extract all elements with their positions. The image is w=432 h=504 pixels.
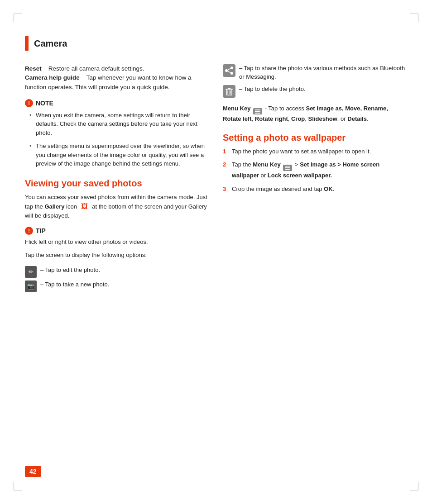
note-list: When you exit the camera, some settings … <box>25 111 209 168</box>
step-3-ok: OK <box>324 185 333 192</box>
tip-box: ! TIP Flick left or right to view other … <box>25 227 209 260</box>
share-text: – Tap to share the photo via various met… <box>239 64 407 81</box>
camera-icon-row: 📷 – Tap to take a new photo. <box>25 281 209 292</box>
step-2-set-image: Set image as > <box>300 161 341 168</box>
delete-icon <box>223 85 235 98</box>
wallpaper-step-2: 2 Tap the Menu Key > Set image as > Ho <box>223 160 407 180</box>
svg-rect-0 <box>223 64 235 77</box>
menu-key-line-3 <box>255 113 260 114</box>
camera-help-label: Camera help guide <box>25 74 80 81</box>
left-column: Reset – Restore all camera default setti… <box>25 64 209 295</box>
viewing-section-heading: Viewing your saved photos <box>25 177 209 189</box>
rotate-right: Rotate right <box>255 115 288 122</box>
tick-left-top <box>14 41 17 41</box>
step-2-menu-key-icon <box>283 165 292 171</box>
menu-key-tap-text: - Tap to access <box>265 105 306 112</box>
step-2-menu-key: Menu Key <box>253 161 280 168</box>
share-icon <box>223 64 235 77</box>
step-2-lock: Lock screen wallpaper. <box>268 172 332 179</box>
note-item-1: When you exit the camera, some settings … <box>29 111 209 138</box>
tip-label: TIP <box>36 227 46 234</box>
edit-icon-row: ✏ – Tap to edit the photo. <box>25 266 209 278</box>
corner-mark-bl <box>14 482 22 490</box>
tip-icon: ! <box>25 227 33 235</box>
edit-text: – Tap to edit the photo. <box>40 266 100 274</box>
page-title: Camera <box>34 38 67 49</box>
step-3-num: 3 <box>223 185 229 194</box>
viewing-body-2: icon <box>64 203 77 210</box>
page-number: 42 <box>25 466 41 477</box>
corner-mark-tl <box>14 14 22 22</box>
delete-icon-row: – Tap to delete the photo. <box>223 85 407 100</box>
step-3-text: Crop the image as desired and tap OK. <box>232 185 334 194</box>
tick-right-bot <box>415 463 418 463</box>
note-icon: ! <box>25 99 33 107</box>
menu-key-lines <box>255 109 260 114</box>
edit-icon: ✏ <box>25 266 37 278</box>
step-2-text: Tap the Menu Key > Set image as > Home s… <box>232 160 407 180</box>
delete-text: – Tap to delete the photo. <box>239 85 306 94</box>
wallpaper-step-3: 3 Crop the image as desired and tap OK. <box>223 185 407 194</box>
note-item-2: The settings menu is superimposed over t… <box>29 142 209 168</box>
step-1-num: 1 <box>223 147 229 156</box>
wallpaper-step-1: 1 Tap the photo you want to set as wallp… <box>223 147 407 156</box>
details-label: Details <box>347 115 367 122</box>
corner-mark-br <box>410 482 418 490</box>
intro-paragraph: Reset – Restore all camera default setti… <box>25 64 209 92</box>
tip-title: ! TIP <box>25 227 209 235</box>
slideshow-label: Slideshow <box>308 115 337 122</box>
step-1-text: Tap the photo you want to set as wallpap… <box>232 147 371 156</box>
two-column-layout: Reset – Restore all camera default setti… <box>25 64 407 295</box>
right-column: – Tap to share the photo via various met… <box>223 64 407 295</box>
page: Camera Reset – Restore all camera defaul… <box>0 0 432 504</box>
camera-text: – Tap to take a new photo. <box>40 281 109 289</box>
menu-key-paragraph: Menu Key - Tap to access Set image as, M… <box>223 104 407 124</box>
wallpaper-section-heading: Setting a photo as wallpaper <box>223 132 407 143</box>
gallery-icon: 🖼 <box>80 201 90 211</box>
step-2-num: 2 <box>223 160 229 169</box>
gallery-label: Gallery <box>44 203 64 210</box>
viewing-section-body: You can access your saved photos from wi… <box>25 193 209 220</box>
reset-label: Reset <box>25 65 42 72</box>
note-box: ! NOTE When you exit the camera, some se… <box>25 99 209 168</box>
camera-icon: 📷 <box>25 281 37 292</box>
note-title: ! NOTE <box>25 99 209 107</box>
reset-text: – Restore all camera default settings. <box>42 65 144 72</box>
corner-mark-tr <box>410 14 418 22</box>
red-bar-icon <box>25 36 29 51</box>
crop-label: Crop <box>291 115 305 122</box>
page-header: Camera <box>25 36 407 51</box>
menu-key-icon <box>253 108 262 114</box>
tip-tap-text: Tap the screen to display the following … <box>25 251 209 260</box>
share-icon-row: – Tap to share the photo via various met… <box>223 64 407 81</box>
tip-flick-text: Flick left or right to view other photos… <box>25 238 209 247</box>
note-label: NOTE <box>36 100 53 107</box>
tick-left-bot <box>14 463 17 463</box>
menu-key-label: Menu Key <box>223 105 250 112</box>
content-area: Camera Reset – Restore all camera defaul… <box>25 36 407 477</box>
tick-right-top <box>415 41 418 41</box>
menu-key-line-1 <box>255 109 260 110</box>
wallpaper-steps-list: 1 Tap the photo you want to set as wallp… <box>223 147 407 193</box>
menu-key-line-2 <box>255 111 260 112</box>
svg-rect-9 <box>228 88 230 89</box>
